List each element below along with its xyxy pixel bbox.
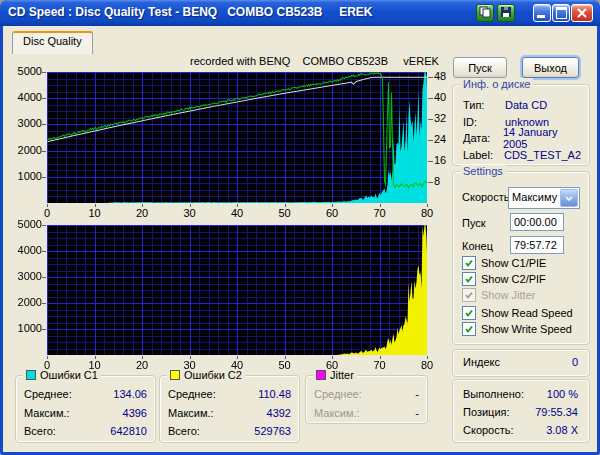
axis-tick-label: 80 [413, 207, 441, 219]
axis-tick [332, 204, 333, 207]
maximize-button[interactable] [552, 4, 570, 22]
axis-tick [428, 77, 433, 78]
close-button[interactable] [571, 4, 593, 22]
jitter-maximum-row: Максим.:- [314, 404, 419, 423]
axis-tick [190, 356, 191, 359]
axis-tick-label: 16 [434, 154, 460, 166]
speed-select[interactable]: Максиму [508, 187, 580, 209]
axis-tick [42, 98, 46, 99]
axis-tick-label: 3000 [6, 117, 42, 129]
axis-tick-label: 0 [33, 359, 61, 371]
copy-icon [479, 6, 491, 21]
axis-tick [42, 177, 46, 178]
c1-total-row: Всего:642810 [24, 422, 147, 441]
end-time-label: Конец [462, 240, 493, 252]
c1-average-row: Среднее:134.06 [24, 385, 147, 404]
axis-tick [237, 204, 238, 207]
axis-tick-label: 8 [434, 175, 460, 187]
axis-tick-label: 5000 [6, 65, 42, 77]
maximize-icon [556, 7, 567, 19]
checkbox-show-write-speed[interactable]: Show Write Speed [462, 322, 572, 336]
axis-tick-label: 48 [434, 70, 460, 82]
disc-label-label: Label: [463, 149, 504, 161]
c2-legend-swatch [170, 370, 180, 380]
disc-date-label: Дата: [463, 132, 503, 144]
axis-tick-label: 2000 [6, 296, 42, 308]
speed-status-value: 3.08 X [546, 424, 578, 436]
chevron-down-icon [560, 189, 578, 207]
progress-label: Выполнено: [463, 388, 524, 400]
axis-tick [142, 356, 143, 359]
close-icon [577, 6, 587, 21]
recorded-with-label: recorded with BENQ COMBO CB523B vEREK [190, 55, 422, 67]
axis-tick [285, 356, 286, 359]
axis-tick-label: 32 [434, 112, 460, 124]
axis-tick [428, 182, 433, 183]
axis-tick [428, 161, 433, 162]
minimize-button[interactable] [533, 4, 551, 22]
end-time-input[interactable] [510, 236, 564, 254]
c1-errors-group: Ошибки C1 Среднее:134.06 Максим.:4396 Вс… [15, 375, 156, 443]
checkbox-show-c2-pif[interactable]: Show C2/PIF [462, 272, 546, 286]
c2-total-row: Всего:529763 [168, 422, 291, 441]
disc-id-label: ID: [463, 116, 505, 128]
checkbox-show-read-speed[interactable]: Show Read Speed [462, 306, 573, 320]
speed-label: Скорость [462, 191, 510, 203]
axis-tick-label: 1000 [6, 170, 42, 182]
checkbox-show-jitter: Show Jitter [462, 288, 535, 302]
c1-errors-chart [47, 72, 427, 203]
axis-tick-label: 40 [434, 91, 460, 103]
exit-button[interactable]: Выход [522, 57, 579, 78]
axis-tick-label: 5000 [6, 218, 42, 230]
axis-tick [42, 72, 46, 73]
tab-disc-quality[interactable]: Disc Quality [12, 31, 93, 54]
floppy-icon [500, 6, 512, 21]
axis-tick-label: 4000 [6, 244, 42, 256]
axis-tick [380, 204, 381, 207]
settings-group: Settings Скорость Максиму Пуск Конец Sho… [452, 171, 590, 345]
axis-tick [332, 356, 333, 359]
axis-tick-label: 30 [176, 207, 204, 219]
start-button[interactable]: Пуск [453, 57, 507, 78]
checkbox-icon [462, 256, 476, 270]
axis-tick [95, 204, 96, 207]
axis-tick-label: 50 [271, 359, 299, 371]
axis-tick [427, 204, 428, 207]
axis-tick-label: 30 [176, 359, 204, 371]
c2-maximum-row: Максим.:4392 [168, 404, 291, 423]
position-value: 79:55.34 [535, 406, 578, 418]
axis-tick [190, 204, 191, 207]
start-time-input[interactable] [510, 213, 564, 231]
axis-tick [42, 303, 46, 304]
axis-tick [237, 356, 238, 359]
axis-tick-label: 10 [81, 359, 109, 371]
disc-type-row: Тип: Data CD [463, 97, 581, 114]
axis-tick-label: 1000 [6, 322, 42, 334]
jitter-legend-swatch [316, 370, 326, 380]
axis-tick [428, 119, 433, 120]
c2-errors-chart [47, 225, 427, 355]
jitter-average-row: Среднее:- [314, 385, 419, 404]
checkbox-icon [462, 322, 476, 336]
axis-tick [42, 225, 46, 226]
c1-maximum-row: Максим.:4396 [24, 404, 147, 423]
axis-tick-label: 70 [366, 207, 394, 219]
disc-info-group: Инф. о диске Тип: Data CD ID: unknown Да… [452, 84, 590, 166]
axis-tick-label: 10 [81, 207, 109, 219]
app-window: CD Speed : Disc Quality Test - BENQ COMB… [0, 0, 600, 455]
save-button[interactable] [497, 4, 515, 22]
window-title: CD Speed : Disc Quality Test - BENQ COMB… [8, 5, 373, 19]
checkbox-show-c1-pie[interactable]: Show C1/PIE [462, 256, 546, 270]
axis-tick [427, 356, 428, 359]
copy-button[interactable] [476, 4, 494, 22]
axis-tick-label: 80 [413, 359, 441, 371]
progress-value: 100 % [547, 388, 578, 400]
axis-tick-label: 20 [128, 207, 156, 219]
axis-tick-label: 20 [128, 359, 156, 371]
minimize-icon [537, 15, 545, 18]
axis-tick-label: 4000 [6, 91, 42, 103]
axis-tick [380, 356, 381, 359]
checkbox-icon [462, 306, 476, 320]
c2-errors-group: Ошибки C2 Среднее:110.48 Максим.:4392 Вс… [159, 375, 300, 443]
start-time-label: Пуск [462, 217, 486, 229]
